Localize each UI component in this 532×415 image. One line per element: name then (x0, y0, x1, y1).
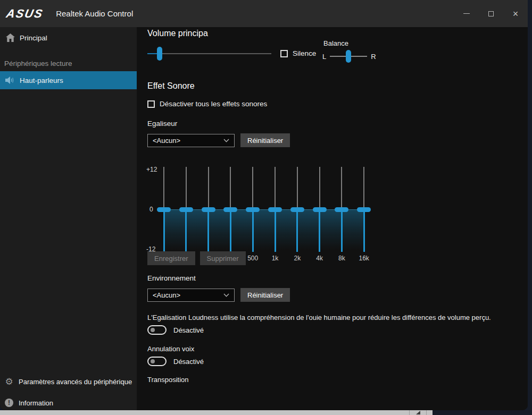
equalizer-reset-button[interactable]: Réinitialiser (240, 133, 290, 147)
sidebar-section-playback-devices: Périphériques lecture (0, 60, 137, 67)
environment-label: Environnement (147, 274, 196, 282)
disable-effects-checkbox-row[interactable]: Désactiver tous les effets sonores (147, 100, 267, 108)
resize-grip-icon (416, 411, 420, 414)
equalizer-preset-dropdown[interactable]: <Aucun> (147, 134, 235, 147)
asus-logo: ASUS (5, 7, 45, 21)
eq-track-lower (363, 209, 365, 252)
titlebar: ASUS Realtek Audio Control × (0, 0, 528, 27)
close-icon: × (513, 9, 519, 19)
app-window: ASUS Realtek Audio Control × Principal P… (0, 0, 528, 410)
minimize-icon (463, 13, 470, 14)
eq-track-upper (319, 167, 320, 209)
eq-slider-handle[interactable] (313, 207, 327, 212)
eq-track-lower (163, 209, 165, 252)
equalizer-preset-buttons: Enregistrer Supprimer (147, 251, 251, 265)
loudness-toggle-row: Désactivé (147, 325, 204, 335)
slider-handle[interactable] (157, 47, 162, 61)
loudness-state-label: Désactivé (173, 326, 204, 334)
sidebar-item-advanced-device-settings[interactable]: ⚙ Paramètres avancés du périphérique (0, 372, 137, 391)
eq-slider-handle[interactable] (290, 207, 304, 212)
save-preset-button[interactable]: Enregistrer (147, 251, 195, 265)
silence-checkbox-row[interactable]: Silence (280, 49, 316, 57)
maximize-icon (488, 11, 494, 16)
equalizer-preset-value: <Aucun> (153, 137, 180, 145)
app-title: Realtek Audio Control (56, 9, 133, 18)
eq-track-lower (296, 209, 298, 252)
eq-band-label: 16k (353, 255, 375, 262)
eq-band-label: 8k (331, 255, 352, 262)
voice-cancel-toggle-row: Désactivé (147, 357, 204, 366)
environment-preset-dropdown[interactable]: <Aucun> (147, 289, 235, 302)
background-window-edge (0, 410, 433, 415)
sidebar-item-speakers[interactable]: Haut-parleurs (0, 71, 137, 89)
eq-slider-handle[interactable] (179, 207, 193, 212)
eq-scale-max: +12 (146, 166, 157, 173)
sidebar-item-information[interactable]: ! Information (0, 393, 137, 410)
chevron-down-icon (223, 293, 229, 297)
eq-slider-handle[interactable] (335, 207, 348, 212)
eq-slider-handle[interactable] (268, 207, 282, 212)
voice-cancel-toggle[interactable] (147, 357, 167, 366)
loudness-description: L'Egalisation Loudness utilise la compré… (147, 314, 491, 321)
speaker-icon (5, 75, 15, 85)
sidebar-item-principal[interactable]: Principal (0, 28, 137, 47)
eq-slider-handle[interactable] (202, 207, 215, 212)
eq-track-lower (319, 209, 320, 252)
voice-cancel-label: Annulation voix (147, 345, 194, 353)
volume-title: Volume principa (147, 29, 208, 38)
balance-slider[interactable] (330, 49, 367, 63)
eq-gradient-fill (164, 209, 364, 252)
balance-left-label: L (322, 53, 326, 61)
balance-label: Balance (323, 39, 348, 47)
eq-track-lower (275, 209, 276, 252)
sidebar-item-label: Principal (20, 34, 47, 42)
divider (426, 410, 427, 415)
eq-track-upper (186, 167, 187, 209)
maximize-button[interactable] (479, 0, 503, 27)
eq-slider-handle[interactable] (357, 207, 371, 212)
eq-track-upper (275, 167, 276, 209)
delete-preset-button[interactable]: Supprimer (200, 251, 246, 265)
minimize-button[interactable] (454, 0, 479, 27)
silence-checkbox[interactable] (280, 50, 288, 57)
eq-track-upper (252, 167, 253, 209)
toggle-knob (151, 359, 155, 363)
sidebar-item-label: Information (19, 399, 53, 407)
eq-track-lower (230, 209, 231, 252)
info-icon: ! (4, 398, 14, 408)
disable-effects-label: Désactiver tous les effets sonores (160, 100, 267, 108)
eq-track-upper (163, 167, 164, 209)
eq-slider-handle[interactable] (157, 207, 171, 212)
environment-controls: <Aucun> Réinitialiser (147, 288, 290, 302)
eq-slider-handle[interactable] (223, 207, 237, 212)
sidebar: Principal Périphériques lecture Haut-par… (0, 27, 137, 410)
eq-track-upper (230, 167, 231, 209)
home-icon (5, 33, 15, 43)
disable-effects-checkbox[interactable] (147, 100, 155, 108)
silence-label: Silence (293, 49, 316, 57)
main-volume-slider[interactable] (147, 47, 271, 61)
eq-band-label: 2k (287, 255, 308, 262)
eq-track-lower (185, 209, 187, 252)
loudness-toggle[interactable] (147, 325, 167, 335)
eq-band-label: 1k (264, 255, 286, 262)
eq-track-upper (363, 167, 364, 209)
eq-track-lower (341, 209, 343, 252)
eq-track-upper (341, 167, 342, 209)
close-button[interactable]: × (503, 0, 528, 27)
eq-scale-zero: 0 (149, 206, 153, 213)
divider (409, 410, 410, 415)
gear-icon: ⚙ (4, 377, 14, 386)
slider-track[interactable] (147, 53, 271, 54)
eq-slider-handle[interactable] (246, 207, 260, 212)
eq-track-lower (207, 209, 209, 252)
chevron-down-icon (223, 139, 229, 142)
main-content: Volume principa Silence Balance L R Effe… (137, 27, 528, 410)
slider-handle[interactable] (346, 50, 351, 63)
voice-cancel-state-label: Désactivé (173, 358, 204, 366)
eq-band-label: 4k (309, 255, 330, 262)
sound-effects-title: Effet Sonore (147, 81, 195, 91)
eq-track-upper (297, 167, 298, 209)
environment-reset-button[interactable]: Réinitialiser (240, 288, 290, 302)
equalizer-label: Egaliseur (147, 120, 177, 128)
